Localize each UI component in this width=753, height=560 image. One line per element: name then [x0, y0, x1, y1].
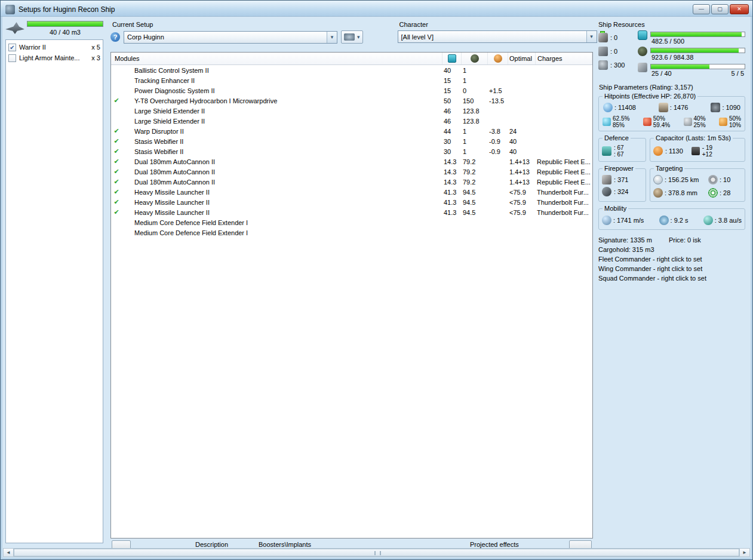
scroll-left-icon[interactable]: ◄: [4, 549, 14, 556]
module-optimal: 1.4+13: [508, 179, 536, 186]
module-powergrid: 123.8: [462, 118, 488, 125]
module-optimal: 24: [508, 128, 536, 135]
scrollbar-thumb[interactable]: [14, 549, 739, 556]
modules-column-header[interactable]: Modules: [111, 53, 442, 64]
powergrid-column-icon: [471, 54, 479, 63]
cpu-column-header[interactable]: [442, 53, 462, 64]
module-row[interactable]: Tracking Enhancer II 15 1: [111, 75, 592, 85]
hitpoints-title: Hitpoints (Effective HP: 26,870): [603, 93, 697, 100]
description-tab[interactable]: Description: [195, 541, 228, 548]
max-velocity-icon: [602, 216, 611, 225]
minimize-button[interactable]: —: [693, 4, 710, 14]
module-name: Medium Core Defence Field Extender I: [133, 219, 442, 226]
module-row[interactable]: ✔ Stasis Webifier II 30 1 -0.9 40: [111, 136, 592, 146]
module-cpu: 15: [442, 77, 462, 84]
capacitor-column-icon: [494, 54, 502, 63]
help-icon[interactable]: ?: [110, 32, 120, 42]
character-combobox[interactable]: [All level V] ▾: [398, 30, 597, 43]
character-combobox-value: [All level V]: [401, 33, 434, 41]
client-area: 40 / 40 m3 ✔ Warrior II x 5 Light Armor …: [3, 17, 750, 548]
module-row[interactable]: ✔ Dual 180mm AutoCannon II 14.3 79.2 1.4…: [111, 156, 592, 167]
optimal-column-header[interactable]: Optimal: [508, 53, 536, 64]
module-row[interactable]: ✔ Stasis Webifier II 30 1 -0.9 40: [111, 146, 592, 156]
drone-list-item[interactable]: Light Armor Mainte... x 3: [7, 53, 102, 63]
title-bar[interactable]: Setups for Huginn Recon Ship — ▢ ✕: [1, 1, 752, 17]
module-row[interactable]: ✔ Y-T8 Overcharged Hydrocarbon I Microwa…: [111, 96, 592, 106]
module-row[interactable]: Power Diagnostic System II 15 0 +1.5: [111, 85, 592, 96]
fitted-check-icon: ✔: [111, 137, 122, 145]
scroll-right-icon[interactable]: ►: [739, 549, 749, 556]
module-powergrid: 1: [462, 148, 488, 155]
boosters-implants-tab[interactable]: Boosters\Implants: [259, 541, 311, 548]
character-label: Character: [399, 21, 605, 28]
launcher-hardpoints-icon: [598, 47, 608, 56]
module-row[interactable]: ✔ Dual 180mm AutoCannon II 14.3 79.2 1.4…: [111, 167, 592, 177]
module-row[interactable]: ✔ Heavy Missile Launcher II 41.3 94.5 <7…: [111, 187, 592, 197]
module-charges: Republic Fleet E...: [536, 168, 592, 176]
drone-checkbox[interactable]: [8, 54, 16, 62]
drone-name: Warrior II: [19, 44, 46, 51]
bottom-left-button[interactable]: [112, 540, 131, 548]
module-powergrid: 94.5: [462, 209, 488, 216]
fitted-check-icon: ✔: [111, 97, 122, 104]
module-cpu: 15: [442, 87, 462, 94]
charges-column-header[interactable]: Charges: [536, 53, 592, 64]
module-optimal: <75.9: [508, 189, 536, 196]
module-cpu: 50: [442, 97, 462, 104]
module-charges: Republic Fleet E...: [536, 158, 592, 165]
drone-checkbox[interactable]: ✔: [8, 44, 16, 51]
bottom-right-button[interactable]: [569, 540, 592, 548]
ship-parameters-title: Ship Parameters (Rating: 3,157): [599, 84, 745, 91]
module-powergrid: 0: [462, 87, 488, 94]
modules-table: Modules Optimal Charges Ballistic Contro…: [110, 52, 593, 539]
module-optimal: 40: [508, 148, 536, 155]
setup-combobox-arrow-icon[interactable]: ▾: [327, 32, 337, 43]
projected-effects-tab[interactable]: Projected effects: [470, 541, 519, 548]
drone-list-item[interactable]: ✔ Warrior II x 5: [7, 42, 102, 53]
targeting-title: Targeting: [654, 165, 684, 172]
panel-splitter[interactable]: [103, 17, 109, 548]
squad-commander-text[interactable]: Squad Commander - right click to set: [598, 273, 745, 283]
turret-hardpoints: : 0: [598, 30, 634, 44]
maximize-button[interactable]: ▢: [711, 4, 729, 14]
module-row[interactable]: Ballistic Control System II 40 1: [111, 65, 592, 75]
module-row[interactable]: Medium Core Defence Field Extender I: [111, 227, 592, 238]
app-window: Setups for Huginn Recon Ship — ▢ ✕ 40 / …: [0, 0, 753, 560]
module-row[interactable]: Large Shield Extender II 46 123.8: [111, 116, 592, 126]
module-row[interactable]: ✔ Warp Disruptor II 44 1 -3.8 24: [111, 126, 592, 136]
armor-hp: : 1476: [659, 103, 689, 112]
module-row[interactable]: Medium Core Defence Field Extender I: [111, 217, 592, 227]
warp-speed-value: : 3.8 au/s: [715, 217, 742, 224]
cargohold-text: Cargohold: 315 m3: [598, 245, 745, 254]
current-setup-label: Current Setup: [112, 21, 363, 28]
drone-capacity-text: 40 / 40 m3: [27, 29, 103, 36]
module-row[interactable]: Large Shield Extender II 46 123.8: [111, 106, 592, 116]
module-row[interactable]: ✔ Heavy Missile Launcher II 41.3 94.5 <7…: [111, 207, 592, 217]
close-button[interactable]: ✕: [730, 4, 749, 14]
wing-commander-text[interactable]: Wing Commander - right click to set: [598, 264, 745, 273]
module-capacitor: -0.9: [488, 148, 508, 155]
capacitor-column-header[interactable]: [488, 53, 508, 64]
fitted-check-icon: ✔: [111, 188, 122, 196]
powergrid-column-header[interactable]: [462, 53, 488, 64]
drone-list: ✔ Warrior II x 5 Light Armor Mainte... x…: [5, 39, 103, 543]
resist-icon: [684, 118, 692, 126]
horizontal-scrollbar[interactable]: ◄ ►: [3, 548, 750, 557]
module-name: Dual 180mm AutoCannon II: [133, 179, 442, 186]
max-velocity: : 1741 m/s: [602, 216, 644, 225]
armor-resist-value: 85%: [613, 122, 629, 128]
ship-menu-arrow-icon[interactable]: ▾: [357, 34, 360, 40]
fleet-commander-text[interactable]: Fleet Commander - right click to set: [598, 254, 745, 264]
shield-hp-icon: [603, 103, 613, 112]
targeting-group: Targeting : 156.25 km : 10 : 378.8 mm: [650, 165, 745, 202]
ship-menu-button[interactable]: ▾: [341, 30, 363, 44]
module-powergrid: 79.2: [462, 168, 488, 176]
capacitor-icon: [653, 146, 663, 156]
align-time: : 9.2 s: [659, 216, 689, 225]
dps-icon: [602, 187, 611, 196]
module-row[interactable]: ✔ Heavy Missile Launcher II 41.3 94.5 <7…: [111, 197, 592, 207]
armor-resist-value: 25%: [694, 122, 706, 128]
modules-rows: Ballistic Control System II 40 1 Trackin…: [111, 65, 592, 538]
module-row[interactable]: ✔ Dual 180mm AutoCannon II 14.3 79.2 1.4…: [111, 177, 592, 187]
setup-combobox[interactable]: Corp Huginn ▾: [124, 31, 337, 44]
